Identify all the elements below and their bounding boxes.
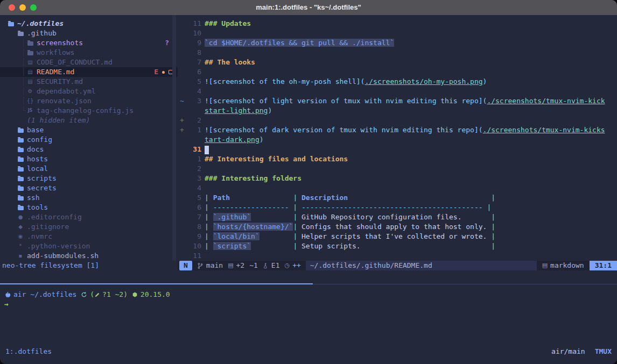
text-segment: ./screenshots/tmux-nvim-kick [487, 97, 605, 105]
folder-icon [17, 128, 24, 133]
tree-item-editorconfig[interactable]: ●.editorconfig [0, 212, 178, 222]
editor-line[interactable]: +1![screenshot of dark version of tmux w… [178, 125, 617, 135]
tree-item-local[interactable]: local [0, 164, 178, 174]
indent-spacer [0, 198, 17, 198]
tree-item-python-version[interactable]: *.python-version [0, 241, 178, 251]
line-text: | `local/bin` | Helper scripts that I've… [201, 232, 495, 241]
editor-line[interactable]: 5![screenshot of the oh-my-posh shell](.… [178, 77, 617, 87]
tmux-window-tab[interactable]: 1:.dotfiles [5, 347, 52, 356]
line-number: 3 [185, 174, 201, 183]
text-segment: | [205, 242, 213, 250]
git-sign: + [178, 116, 185, 125]
git-sign [178, 19, 185, 28]
tree-item-config[interactable]: config [0, 135, 178, 145]
tree-item-ssh[interactable]: ssh [0, 193, 178, 203]
tree-item-label: dependabot.yml [37, 87, 96, 96]
line-number [185, 135, 201, 145]
editor-line[interactable]: tart-dark.png) [178, 135, 617, 145]
editor-line[interactable]: 11 [178, 251, 617, 261]
text-segment: GitHub Repository configuration files. [302, 213, 461, 221]
tree-item-dependabot-yml[interactable]: │⚙dependabot.yml [0, 87, 178, 96]
folder-glyph [18, 138, 24, 142]
tree-item-readme-md[interactable]: │▤README.mdE [0, 67, 178, 77]
tree-item-renovate-json[interactable]: │{}renovate.json [0, 96, 178, 106]
editor-line[interactable]: 10| `scripts` | Setup scripts. | [178, 241, 617, 251]
text-segment: ### Updates [205, 19, 251, 27]
tree-item-add-submodules-sh[interactable]: ▪add-submodules.sh [0, 251, 178, 261]
indent-spacer [0, 169, 17, 169]
line-text: ## The looks [201, 58, 255, 67]
tree-item-workflows[interactable]: │workflows [0, 48, 178, 58]
folder-glyph [18, 196, 24, 201]
editor-line[interactable]: 4 [178, 183, 617, 193]
editor-line[interactable]: +2 [178, 116, 617, 125]
tmux-statusbar: 1:.dotfiles air/main TMUX [0, 347, 617, 356]
editor-line[interactable]: 7| `.github` | GitHub Repository configu… [178, 212, 617, 222]
tree-item-secrets[interactable]: secrets [0, 183, 178, 193]
tree-item-label: CODE_OF_CONDUCT.md [37, 58, 113, 67]
editor-line[interactable]: 8| `hosts/{hostname}/`| Configs that sho… [178, 222, 617, 232]
tree-item-scripts[interactable]: scripts [0, 174, 178, 183]
editor-line[interactable]: 1## Interesting files and locations [178, 154, 617, 164]
minimize-button[interactable] [19, 4, 26, 11]
tree-item-label: .python-version [27, 241, 90, 251]
indent-spacer [0, 237, 17, 237]
editor-line[interactable]: 7## The looks [178, 58, 617, 67]
tree-item-label: secrets [27, 183, 57, 193]
line-text: | `scripts` | Setup scripts. | [201, 241, 495, 251]
editor-line[interactable]: 11### Updates [178, 19, 617, 28]
editor-line[interactable]: 10 [178, 28, 617, 38]
editor-buffer[interactable]: 11### Updates109`cd $HOME/.dotfiles && g… [178, 15, 617, 261]
text-segment: ) [268, 106, 272, 115]
prompt-arrow[interactable]: → [4, 299, 9, 309]
line-text [201, 164, 205, 174]
indent-guide: │ [22, 48, 27, 58]
editor-line[interactable]: 9| `local/bin` | Helper scripts that I'v… [178, 232, 617, 241]
editor-line[interactable]: 5| Path | Description | [178, 193, 617, 203]
line-text: ![screenshot of dark version of tmux wit… [201, 125, 605, 135]
tree-item-github[interactable]: .github [0, 28, 178, 38]
git-refresh-icon [81, 291, 87, 298]
sidebar-scrollbar[interactable] [172, 15, 176, 261]
editorconfig-icon: ● [17, 212, 24, 222]
editor-line[interactable]: ~3![screenshot of light version of tmux … [178, 96, 617, 106]
tree-item-code-of-conduct-md[interactable]: │▤CODE_OF_CONDUCT.md [0, 58, 178, 67]
pane-divider-active[interactable] [0, 283, 313, 284]
text-segment [260, 232, 293, 240]
git-sign [178, 58, 185, 67]
tree-item-screenshots[interactable]: │screenshots? [0, 38, 178, 48]
editor-line[interactable]: 6 [178, 67, 617, 77]
editor-line[interactable]: start-light.png) [178, 106, 617, 116]
tree-item-dotfiles[interactable]: ~/.dotfiles [0, 19, 178, 28]
indent-spacer [0, 101, 22, 102]
line-number: 11 [185, 251, 201, 261]
editor-line[interactable]: 8 [178, 48, 617, 58]
tree-item-nvmrc[interactable]: ◉.nvmrc [0, 232, 178, 241]
folder-glyph [27, 51, 33, 55]
text-segment [348, 194, 487, 202]
tree-item-base[interactable]: base [0, 125, 178, 135]
editor-line[interactable]: 2 [178, 164, 617, 174]
tree-item-docs[interactable]: docs [0, 145, 178, 154]
text-segment [361, 242, 487, 250]
pane-divider[interactable] [313, 284, 617, 284]
tree-item-tools[interactable]: tools [0, 203, 178, 212]
git-paren-close: ) [123, 290, 128, 299]
neotree-statusline: neo-tree filesystem [1] [0, 261, 178, 270]
zoom-button[interactable] [30, 4, 37, 11]
editor-line[interactable]: 9`cd $HOME/.dotfiles && git pull && ./in… [178, 38, 617, 48]
editor-line[interactable]: 31 [178, 145, 617, 154]
line-number: 7 [185, 212, 201, 222]
tree-item-1-hidden-item[interactable]: (1 hidden item) [0, 116, 178, 125]
editor-line[interactable]: 4 [178, 87, 617, 96]
close-button[interactable] [9, 4, 15, 11]
tree-item-tag-changelog-config-js[interactable]: └JStag-changelog-config.js [0, 106, 178, 116]
tree-item-label: workflows [37, 48, 74, 58]
tree-item-gitignore[interactable]: ◆.gitignore [0, 222, 178, 232]
tree-item-hosts[interactable]: hosts [0, 154, 178, 164]
editor-line[interactable]: 3### Interesting folders [178, 174, 617, 183]
tree-item-label: renovate.json [37, 96, 92, 106]
editor-line[interactable]: 6| ------------------ | ----------------… [178, 203, 617, 212]
line-number: 4 [185, 87, 201, 96]
tree-item-security-md[interactable]: │▤SECURITY.md [0, 77, 178, 87]
